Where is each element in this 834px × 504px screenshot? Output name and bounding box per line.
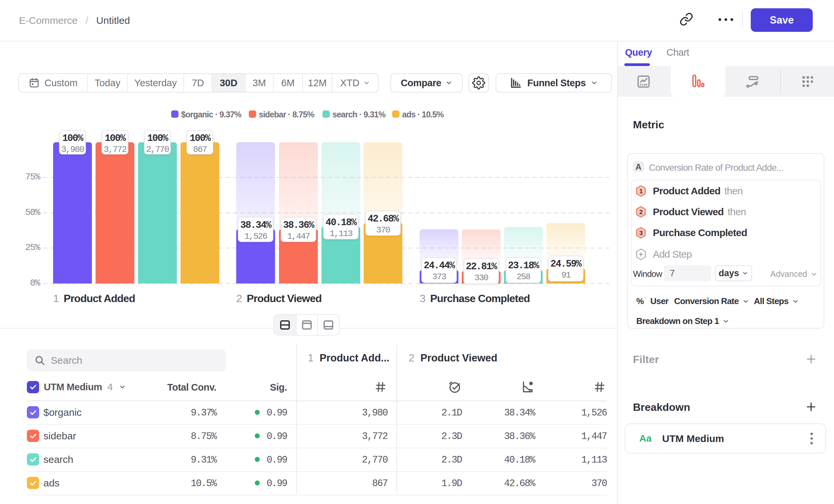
svg-text:1: 1 [639,188,643,194]
svg-text:3: 3 [639,229,642,236]
svg-text:2: 2 [639,209,642,215]
